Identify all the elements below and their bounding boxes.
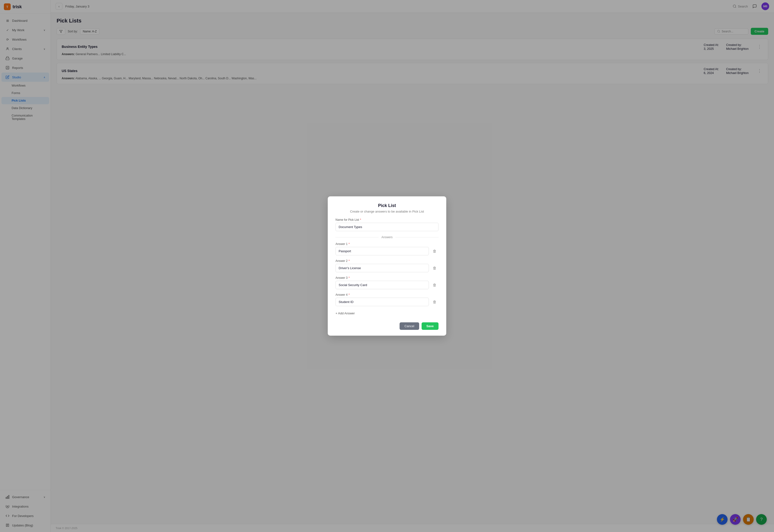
required-indicator: * (360, 218, 361, 222)
answer-4-label: Answer 4 * (335, 293, 439, 296)
name-input[interactable] (335, 223, 439, 231)
answer-3-input[interactable] (335, 281, 429, 289)
answer-3-label: Answer 3 * (335, 276, 439, 280)
delete-answer-3-button[interactable]: 🗑 (431, 281, 439, 289)
answer-1-label: Answer 1 * (335, 242, 439, 246)
answer-3-row: 🗑 (335, 281, 439, 289)
save-button[interactable]: Save (422, 322, 439, 330)
answer-2-row: 🗑 (335, 264, 439, 272)
answers-divider: Answers (335, 236, 439, 239)
name-label: Name for Pick List * (335, 218, 439, 222)
delete-answer-1-button[interactable]: 🗑 (431, 247, 439, 255)
modal-overlay: Pick List Create or change answers to be… (0, 0, 774, 532)
modal-subtitle: Create or change answers to be available… (335, 210, 439, 213)
answer-2-input[interactable] (335, 264, 429, 272)
answer-2-label: Answer 2 * (335, 259, 439, 263)
add-answer-button[interactable]: + Add Answer (335, 310, 355, 317)
answer-1-group: Answer 1 * 🗑 (335, 242, 439, 255)
answer-1-row: 🗑 (335, 247, 439, 255)
answers-divider-text: Answers (381, 236, 393, 239)
answer-4-input[interactable] (335, 298, 429, 306)
delete-answer-4-button[interactable]: 🗑 (431, 298, 439, 306)
cancel-button[interactable]: Cancel (400, 322, 419, 330)
answer-1-input[interactable] (335, 247, 429, 255)
delete-answer-2-button[interactable]: 🗑 (431, 264, 439, 272)
name-form-group: Name for Pick List * (335, 218, 439, 231)
answer-3-group: Answer 3 * 🗑 (335, 276, 439, 289)
answer-4-group: Answer 4 * 🗑 (335, 293, 439, 306)
modal-title: Pick List (335, 203, 439, 208)
answer-2-group: Answer 2 * 🗑 (335, 259, 439, 272)
modal-footer: Cancel Save (335, 322, 439, 330)
pick-list-modal: Pick List Create or change answers to be… (328, 196, 446, 336)
answer-4-row: 🗑 (335, 298, 439, 306)
